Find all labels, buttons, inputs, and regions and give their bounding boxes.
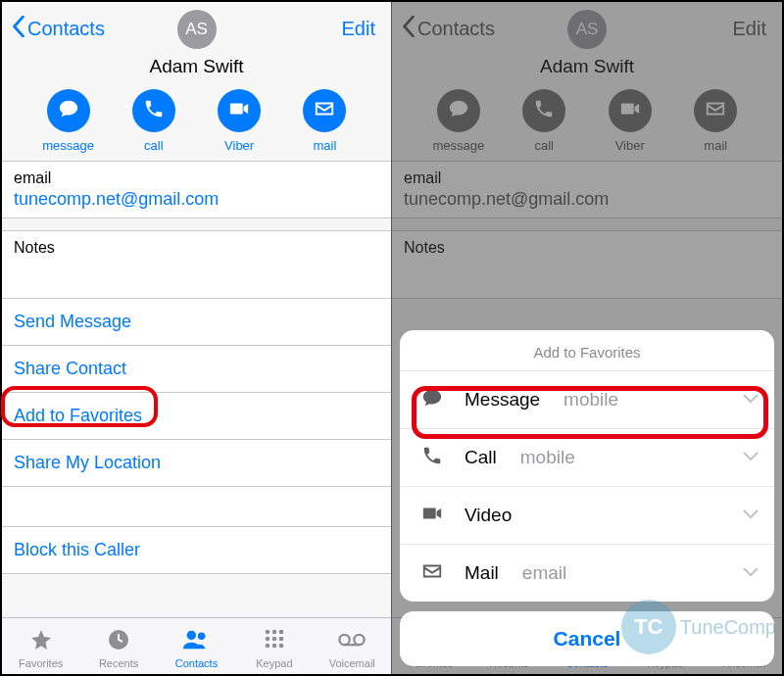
- back-label: Contacts: [27, 18, 105, 40]
- sheet-row-label: Mail: [465, 562, 499, 584]
- back-button[interactable]: Contacts: [12, 16, 105, 42]
- email-label: email: [14, 169, 379, 187]
- block-caller-link[interactable]: Block this Caller: [2, 526, 391, 574]
- notes-section[interactable]: Notes: [2, 230, 391, 299]
- star-icon: [27, 628, 55, 655]
- notes-label: Notes: [14, 239, 379, 257]
- watermark-logo: TC: [621, 600, 676, 654]
- video-icon: [228, 98, 250, 123]
- svg-point-2: [198, 632, 205, 639]
- svg-point-4: [272, 629, 277, 634]
- sheet-row-label: Call: [465, 447, 497, 468]
- svg-point-9: [266, 643, 270, 648]
- viber-label: Viber: [224, 138, 254, 153]
- video-icon: [419, 503, 445, 528]
- message-label: message: [42, 138, 94, 153]
- add-to-favorites-link[interactable]: Add to Favorites: [2, 393, 391, 440]
- svg-point-6: [266, 636, 270, 641]
- chevron-down-icon: [743, 507, 759, 524]
- mail-icon: [419, 560, 445, 586]
- phone-icon: [419, 445, 445, 470]
- call-label: call: [144, 138, 164, 153]
- share-contact-link[interactable]: Share Contact: [2, 346, 391, 393]
- tab-recents[interactable]: Recents: [84, 628, 153, 669]
- sheet-row-label: Message: [465, 389, 540, 410]
- message-action[interactable]: message: [37, 89, 100, 153]
- tab-bar: Favorites Recents Contacts Keypad Voicem…: [2, 617, 391, 674]
- mail-label: mail: [313, 138, 336, 153]
- sheet-row-label: Video: [465, 505, 512, 526]
- share-my-location-link[interactable]: Share My Location: [2, 440, 391, 487]
- voicemail-icon: [338, 628, 366, 655]
- tab-contacts[interactable]: Contacts: [162, 628, 230, 669]
- svg-point-13: [355, 634, 365, 644]
- send-message-link[interactable]: Send Message: [2, 299, 391, 346]
- chevron-down-icon: [743, 391, 759, 409]
- contact-detail-screen: Contacts AS Edit Adam Swift message call…: [2, 2, 392, 674]
- phone-icon: [143, 98, 165, 123]
- mail-icon: [314, 98, 335, 123]
- tab-keypad[interactable]: Keypad: [240, 628, 309, 669]
- edit-button[interactable]: Edit: [342, 18, 381, 40]
- sheet-row-sub: mobile: [564, 389, 618, 410]
- viber-action[interactable]: Viber: [208, 89, 270, 153]
- sheet-row-mail[interactable]: Mail email: [400, 545, 774, 602]
- email-section[interactable]: email tunecomp.net@gmail.com: [2, 162, 391, 218]
- email-value: tunecomp.net@gmail.com: [14, 189, 379, 210]
- sheet-row-call[interactable]: Call mobile: [400, 429, 774, 487]
- navbar: Contacts AS Edit: [2, 2, 391, 56]
- svg-point-1: [187, 630, 196, 639]
- chevron-down-icon: [743, 449, 759, 466]
- mail-action[interactable]: mail: [293, 89, 356, 153]
- message-icon: [419, 387, 445, 412]
- watermark-text: TuneComp: [680, 616, 776, 639]
- svg-point-10: [272, 643, 277, 648]
- chevron-left-icon: [12, 16, 25, 42]
- message-icon: [58, 98, 79, 123]
- contact-actions: message call Viber mail: [2, 85, 391, 162]
- chevron-down-icon: [743, 564, 759, 582]
- tab-voicemail[interactable]: Voicemail: [318, 628, 386, 669]
- keypad-icon: [261, 628, 288, 655]
- sheet-row-video[interactable]: Video: [400, 487, 774, 545]
- sheet-row-sub: email: [522, 562, 566, 584]
- sheet-row-sub: mobile: [520, 447, 575, 468]
- contact-detail-screen-with-sheet: Contacts AS Edit Adam Swift message call…: [392, 2, 782, 674]
- call-action[interactable]: call: [122, 89, 185, 153]
- avatar: AS: [177, 10, 217, 49]
- svg-point-8: [279, 636, 284, 641]
- tab-favorites[interactable]: Favorites: [7, 628, 75, 669]
- links-group: Send Message Share Contact Add to Favori…: [2, 299, 391, 574]
- svg-point-7: [272, 636, 277, 641]
- sheet-title: Add to Favorites: [400, 330, 774, 371]
- svg-point-3: [266, 629, 270, 634]
- clock-icon: [105, 628, 132, 655]
- watermark: TC TuneComp: [621, 600, 776, 654]
- contacts-icon: [182, 628, 210, 655]
- contact-name: Adam Swift: [2, 56, 391, 77]
- svg-point-11: [279, 643, 284, 648]
- sheet-row-message[interactable]: Message mobile: [400, 371, 774, 429]
- svg-point-5: [279, 629, 284, 634]
- svg-point-12: [340, 634, 350, 644]
